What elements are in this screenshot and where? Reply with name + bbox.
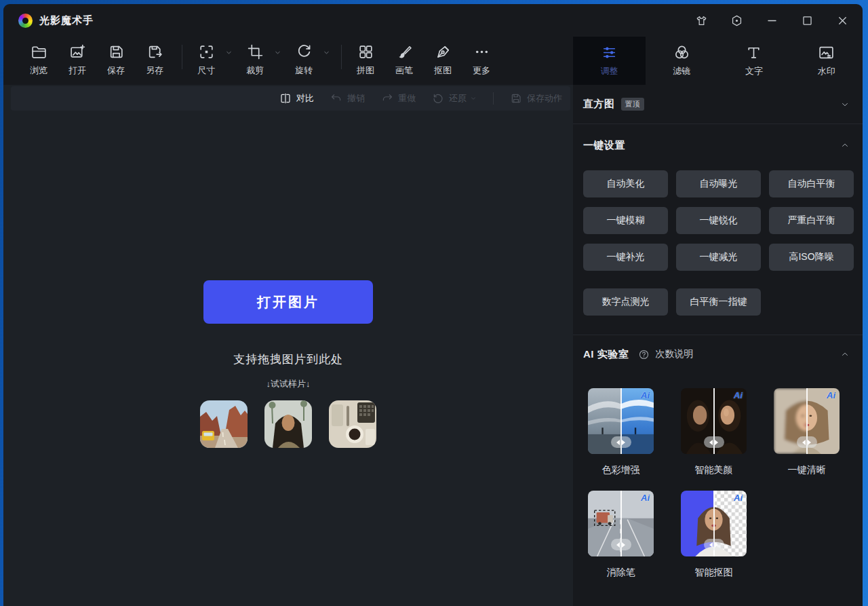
sample-desk-flatlay-thumbnail[interactable] [329, 400, 376, 448]
size-label: 尺寸 [197, 64, 215, 77]
drag-hint: 支持拖拽图片到此处 [233, 352, 343, 367]
tab-label: 滤镜 [673, 65, 690, 77]
save-icon [108, 43, 125, 60]
brush-icon [396, 43, 413, 60]
ai-badge: Ai [827, 390, 835, 400]
close-icon[interactable] [836, 14, 849, 27]
content: 对比 撤销 重做 还原 保存动作 [3, 85, 863, 606]
tab-watermark[interactable]: 水印 [790, 37, 863, 85]
size-button[interactable]: 尺寸 [191, 43, 222, 77]
chevron-down-icon[interactable] [225, 49, 233, 56]
pin-top-badge[interactable]: 置顶 [621, 98, 644, 111]
tab-label: 水印 [818, 65, 835, 77]
rotate-button[interactable]: 旋转 [288, 43, 319, 77]
ai-badge: Ai [641, 390, 650, 400]
white-balance-one-touch-button[interactable]: 白平衡一指键 [676, 288, 761, 316]
maximize-icon[interactable] [801, 14, 814, 27]
sample-portrait-thumbnail[interactable] [264, 400, 312, 448]
crop-icon [247, 43, 264, 60]
auto-beautify-button[interactable]: 自动美化 [583, 170, 668, 197]
one-key-dim-light-button[interactable]: 一键减光 [676, 244, 761, 271]
theme-skin-icon[interactable] [695, 14, 708, 27]
chevron-down-icon[interactable] [274, 49, 281, 56]
one-key-fill-light-button[interactable]: 一键补光 [583, 244, 668, 271]
collage-label: 拼图 [357, 64, 374, 77]
ai-lab-title: AI 实验室 [583, 348, 629, 361]
ai-item-label: 色彩增强 [602, 464, 640, 476]
one-key-section-header[interactable]: 一键设置 [573, 124, 863, 166]
save-label: 保存 [107, 64, 125, 77]
tab-filters[interactable]: 滤镜 [646, 37, 718, 85]
cutout-label: 抠图 [434, 64, 452, 77]
ai-item-label: 消除笔 [607, 567, 635, 579]
one-key-sharpen-button[interactable]: 一键锐化 [676, 207, 761, 234]
usage-count-help[interactable]: 次数说明 [638, 348, 693, 360]
ai-smart-beauty[interactable]: Ai 智能美颜 [681, 388, 747, 476]
ai-badge: Ai [641, 493, 650, 503]
panel-tabs: 调整 滤镜 文字 水印 [573, 37, 863, 85]
canvas-empty-state: 打开图片 支持拖拽图片到此处 ↓试试样片↓ [3, 85, 573, 606]
compare-slider-icon[interactable] [704, 539, 724, 550]
app-logo-aperture-icon [18, 14, 33, 28]
compare-slider-icon[interactable] [611, 436, 631, 448]
title-bar: 光影魔术手 [3, 4, 863, 37]
browse-button[interactable]: 浏览 [23, 43, 54, 77]
compare-slider-icon[interactable] [797, 436, 817, 448]
open-image-button[interactable]: 打开图片 [203, 280, 373, 324]
ai-smart-cutout[interactable]: Ai 智能抠图 [681, 491, 747, 579]
grid-icon [357, 43, 374, 60]
ai-eraser-pen[interactable]: Ai 消除笔 [588, 491, 654, 579]
ai-smart-beauty-thumbnail[interactable]: Ai [681, 388, 747, 454]
chevron-up-icon[interactable] [840, 140, 850, 150]
sample-desert-road-thumbnail[interactable] [200, 400, 248, 448]
ai-color-enhance[interactable]: Ai 色彩增强 [588, 388, 654, 476]
cutout-button[interactable]: 抠图 [427, 43, 458, 77]
ellipsis-icon [473, 43, 490, 60]
canvas-area: 对比 撤销 重做 还原 保存动作 [3, 85, 573, 606]
window-controls [695, 14, 849, 27]
open-button[interactable]: 打开 [62, 43, 93, 77]
ai-color-enhance-thumbnail[interactable]: Ai [588, 388, 654, 454]
ai-smart-cutout-thumbnail[interactable]: Ai [681, 491, 747, 556]
chevron-down-icon[interactable] [323, 49, 330, 56]
ai-badge: Ai [734, 493, 743, 503]
minimize-icon[interactable] [766, 14, 778, 27]
tab-text[interactable]: 文字 [718, 37, 791, 85]
chevron-down-icon[interactable] [840, 100, 850, 109]
collage-button[interactable]: 拼图 [350, 43, 381, 77]
crop-button[interactable]: 裁剪 [239, 43, 271, 77]
save-button[interactable]: 保存 [100, 43, 132, 77]
one-key-button-grid: 自动美化 自动曝光 自动白平衡 一键模糊 一键锐化 严重白平衡 一键补光 一键减… [573, 166, 863, 271]
browse-label: 浏览 [30, 64, 47, 77]
question-circle-icon [638, 349, 650, 360]
main-toolbar: 浏览 打开 保存 另存 尺寸 裁剪 [3, 37, 573, 85]
text-t-icon [745, 44, 762, 61]
histogram-section-header[interactable]: 直方图 置顶 [573, 85, 863, 124]
auto-white-balance-button[interactable]: 自动白平衡 [769, 170, 854, 197]
ai-one-key-clarity-thumbnail[interactable]: Ai [774, 388, 840, 454]
filter-circles-icon [673, 44, 690, 61]
high-iso-denoise-button[interactable]: 高ISO降噪 [769, 244, 854, 271]
settings-icon[interactable] [730, 14, 743, 27]
one-key-blur-button[interactable]: 一键模糊 [583, 207, 668, 234]
tab-adjust[interactable]: 调整 [573, 37, 646, 85]
brush-button[interactable]: 画笔 [389, 43, 420, 77]
compare-slider-icon[interactable] [611, 539, 631, 550]
digital-spot-metering-button[interactable]: 数字点测光 [583, 288, 668, 316]
one-key-button-row2: 数字点测光 白平衡一指键 [573, 271, 863, 335]
compare-slider-icon[interactable] [704, 436, 724, 448]
ai-badge: Ai [734, 390, 743, 400]
histogram-title: 直方图 [583, 98, 615, 111]
sample-images [200, 400, 376, 448]
ai-eraser-pen-thumbnail[interactable]: Ai [588, 491, 654, 556]
chevron-up-icon[interactable] [840, 349, 850, 359]
severe-white-balance-button[interactable]: 严重白平衡 [769, 207, 854, 234]
ai-one-key-clarity[interactable]: Ai 一键清晰 [774, 388, 840, 476]
save-as-button[interactable]: 另存 [139, 43, 170, 77]
rotate-label: 旋转 [295, 64, 313, 77]
rotate-icon [296, 43, 313, 60]
auto-exposure-button[interactable]: 自动曝光 [676, 170, 761, 197]
more-button[interactable]: 更多 [466, 43, 497, 77]
ai-lab-section-header[interactable]: AI 实验室 次数说明 [573, 335, 863, 373]
one-key-title: 一键设置 [583, 139, 625, 152]
